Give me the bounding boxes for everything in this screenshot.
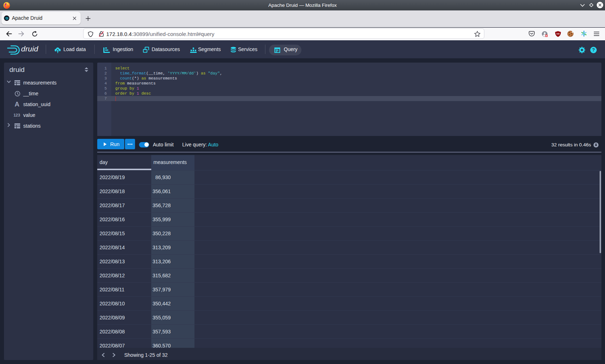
svg-text:?: ? bbox=[592, 47, 595, 53]
svg-text:UO: UO bbox=[556, 33, 560, 35]
